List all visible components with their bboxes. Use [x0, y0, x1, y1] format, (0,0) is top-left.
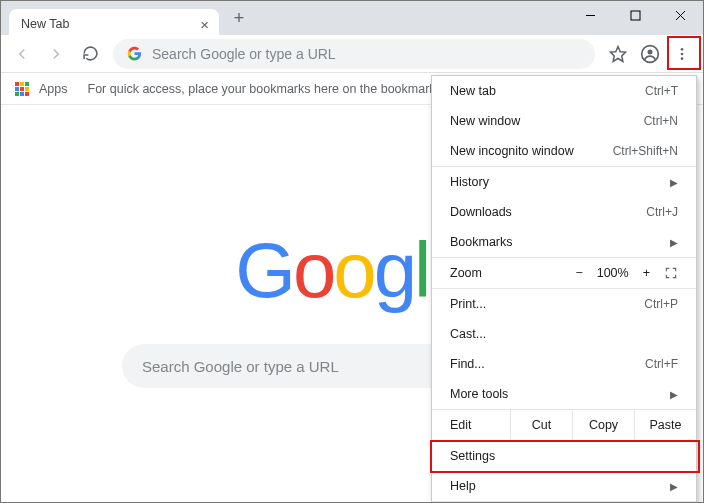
browser-tab[interactable]: New Tab ×	[9, 9, 219, 39]
menu-print[interactable]: Print...Ctrl+P	[432, 289, 696, 319]
svg-point-6	[648, 49, 653, 54]
menu-bookmarks[interactable]: Bookmarks▶	[432, 227, 696, 257]
chrome-menu: New tabCtrl+T New windowCtrl+N New incog…	[431, 75, 697, 503]
menu-zoom: Zoom − 100% +	[432, 258, 696, 288]
menu-more-tools[interactable]: More tools▶	[432, 379, 696, 409]
forward-button[interactable]	[41, 39, 71, 69]
menu-cast[interactable]: Cast...	[432, 319, 696, 349]
close-tab-icon[interactable]: ×	[200, 16, 209, 33]
bookmarks-hint: For quick access, place your bookmarks h…	[88, 82, 467, 96]
ntp-search-placeholder: Search Google or type a URL	[142, 358, 339, 375]
menu-settings[interactable]: Settings	[432, 441, 696, 471]
bookmark-star-button[interactable]	[603, 39, 633, 69]
window-controls	[568, 1, 703, 29]
submenu-arrow-icon: ▶	[670, 177, 678, 188]
zoom-value: 100%	[597, 266, 629, 280]
omnibox[interactable]: Search Google or type a URL	[113, 39, 595, 69]
titlebar: New Tab × +	[1, 1, 703, 35]
google-g-icon	[127, 46, 142, 61]
close-window-button[interactable]	[658, 1, 703, 29]
svg-point-8	[681, 52, 684, 55]
toolbar: Search Google or type a URL	[1, 35, 703, 73]
reload-button[interactable]	[75, 39, 105, 69]
menu-edit-row: Edit Cut Copy Paste	[432, 410, 696, 440]
back-button[interactable]	[7, 39, 37, 69]
menu-edit-cut[interactable]: Cut	[510, 410, 572, 440]
svg-point-7	[681, 48, 684, 51]
menu-new-incognito[interactable]: New incognito windowCtrl+Shift+N	[432, 136, 696, 166]
minimize-button[interactable]	[568, 1, 613, 29]
svg-point-9	[681, 57, 684, 60]
zoom-out-button[interactable]: −	[575, 266, 582, 280]
submenu-arrow-icon: ▶	[670, 237, 678, 248]
menu-history[interactable]: History▶	[432, 167, 696, 197]
menu-help[interactable]: Help▶	[432, 471, 696, 501]
profile-button[interactable]	[635, 39, 665, 69]
menu-edit-paste[interactable]: Paste	[634, 410, 696, 440]
menu-new-tab[interactable]: New tabCtrl+T	[432, 76, 696, 106]
menu-button[interactable]	[667, 39, 697, 69]
maximize-button[interactable]	[613, 1, 658, 29]
svg-rect-1	[631, 11, 640, 20]
menu-new-window[interactable]: New windowCtrl+N	[432, 106, 696, 136]
omnibox-placeholder: Search Google or type a URL	[152, 46, 336, 62]
menu-edit-copy[interactable]: Copy	[572, 410, 634, 440]
menu-downloads[interactable]: DownloadsCtrl+J	[432, 197, 696, 227]
zoom-in-button[interactable]: +	[643, 266, 650, 280]
submenu-arrow-icon: ▶	[670, 481, 678, 492]
menu-find[interactable]: Find...Ctrl+F	[432, 349, 696, 379]
apps-icon[interactable]	[15, 82, 29, 96]
tab-title: New Tab	[21, 17, 69, 31]
fullscreen-icon[interactable]	[664, 266, 678, 280]
submenu-arrow-icon: ▶	[670, 389, 678, 400]
new-tab-button[interactable]: +	[225, 4, 253, 32]
svg-marker-4	[611, 46, 626, 61]
apps-label[interactable]: Apps	[39, 82, 68, 96]
